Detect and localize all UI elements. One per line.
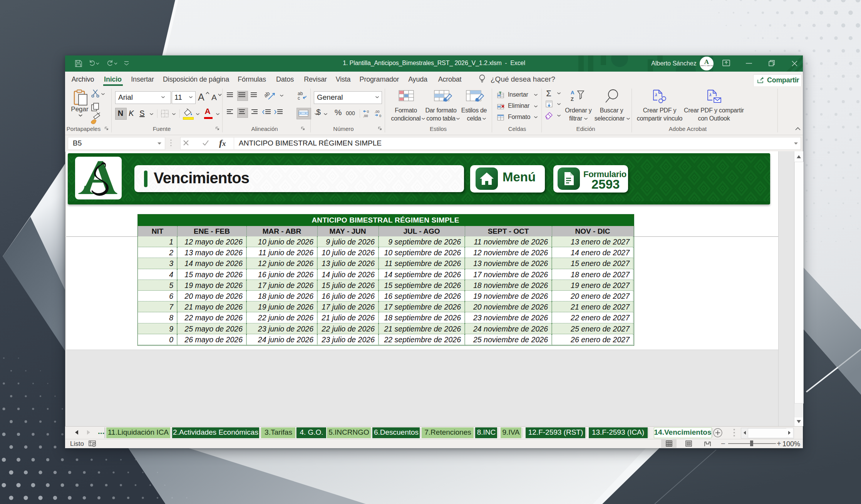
svg-text:c: c xyxy=(298,95,300,101)
svg-text:,00: ,00 xyxy=(363,114,368,118)
svg-text:λ: λ xyxy=(709,93,712,97)
svg-text:Z: Z xyxy=(571,96,574,102)
svg-text:A: A xyxy=(571,90,575,95)
svg-text:,00: ,00 xyxy=(375,110,380,114)
svg-text:λ: λ xyxy=(655,93,657,97)
svg-text:0: 0 xyxy=(367,110,369,114)
svg-text:0: 0 xyxy=(379,114,381,118)
